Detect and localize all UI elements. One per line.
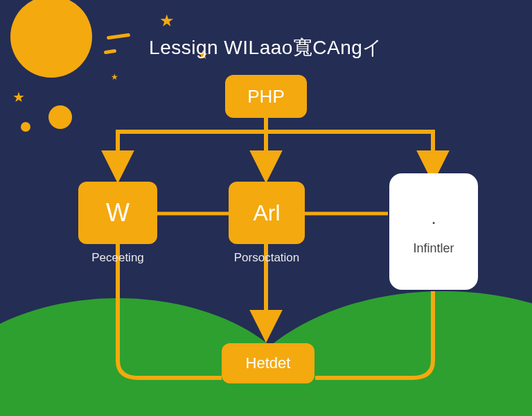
node-top: PHP xyxy=(225,75,307,118)
node-right-dot: . xyxy=(431,207,436,229)
node-right-caption: Infintler xyxy=(413,241,454,256)
diamond-icon xyxy=(19,120,33,134)
node-left-caption: Peceeting xyxy=(69,251,166,265)
diagram-title: Lessign WILaao寬CAngイ xyxy=(0,35,532,61)
node-middle: Arl xyxy=(229,182,305,244)
node-left: W xyxy=(78,182,157,244)
node-top-label: PHP xyxy=(247,86,284,107)
node-middle-label: Arl xyxy=(253,200,280,226)
node-middle-caption: Porsoctation xyxy=(215,251,319,265)
diamond-icon xyxy=(44,101,77,134)
star-icon: ★ xyxy=(12,89,25,105)
node-bottom-label: Hetdet xyxy=(246,354,291,372)
node-left-label: W xyxy=(106,198,130,227)
node-bottom: Hetdet xyxy=(222,343,314,383)
star-icon: ★ xyxy=(111,72,118,82)
node-right: . Infintler xyxy=(389,173,478,290)
star-icon: ★ xyxy=(159,11,175,31)
